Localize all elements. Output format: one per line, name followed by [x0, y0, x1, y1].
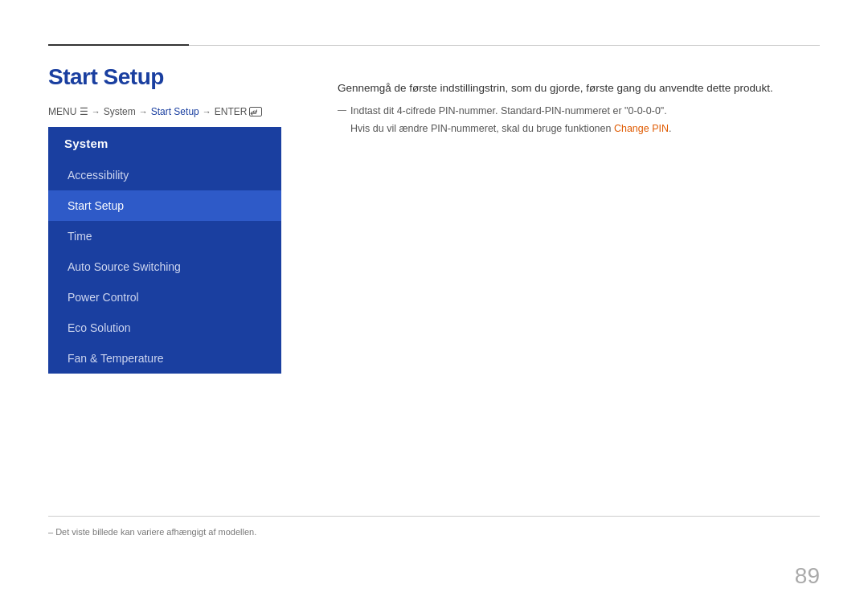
content-note-line2-before: Hvis du vil ændre PIN-nummeret, skal du …: [350, 123, 614, 134]
content-main-text: Gennemgå de første indstillingstrin, som…: [338, 80, 820, 96]
top-border-dark: [48, 44, 189, 46]
content-note-line2-after: .: [669, 123, 671, 134]
menu-panel: System Accessibility Start Setup Time Au…: [48, 127, 281, 374]
change-pin-link[interactable]: Change PIN: [614, 123, 669, 134]
enter-icon: ↵: [249, 107, 262, 116]
top-border: [48, 44, 820, 46]
page-title: Start Setup: [48, 64, 164, 90]
menu-item-time[interactable]: Time: [48, 221, 281, 251]
content-note-line2: Hvis du vil ændre PIN-nummeret, skal du …: [338, 121, 820, 137]
menu-item-accessibility[interactable]: Accessibility: [48, 160, 281, 190]
menu-item-eco-solution[interactable]: Eco Solution: [48, 313, 281, 343]
top-border-light: [189, 45, 820, 46]
bottom-separator: [48, 516, 820, 517]
menu-item-auto-source[interactable]: Auto Source Switching: [48, 251, 281, 282]
breadcrumb-start-setup: Start Setup: [151, 106, 199, 117]
content-area: Gennemgå de første indstillingstrin, som…: [338, 80, 820, 137]
menu-item-fan-temp[interactable]: Fan & Temperature: [48, 343, 281, 374]
breadcrumb-enter: ENTER ↵: [215, 106, 263, 117]
menu-item-power-control[interactable]: Power Control: [48, 282, 281, 313]
menu-item-start-setup[interactable]: Start Setup: [48, 190, 281, 221]
breadcrumb-arrow-1: →: [92, 107, 100, 116]
breadcrumb-system: System: [104, 106, 136, 117]
breadcrumb: MENU ☰ → System → Start Setup → ENTER ↵: [48, 106, 262, 117]
footnote: – Det viste billede kan variere afhængig…: [48, 527, 256, 537]
page-number: 89: [795, 563, 820, 589]
menu-header: System: [48, 127, 281, 160]
breadcrumb-arrow-3: →: [203, 107, 211, 116]
breadcrumb-menu-icon: MENU ☰: [48, 106, 88, 117]
breadcrumb-arrow-2: →: [139, 107, 148, 116]
content-note-line1: Indtast dit 4-cifrede PIN-nummer. Standa…: [338, 103, 820, 119]
